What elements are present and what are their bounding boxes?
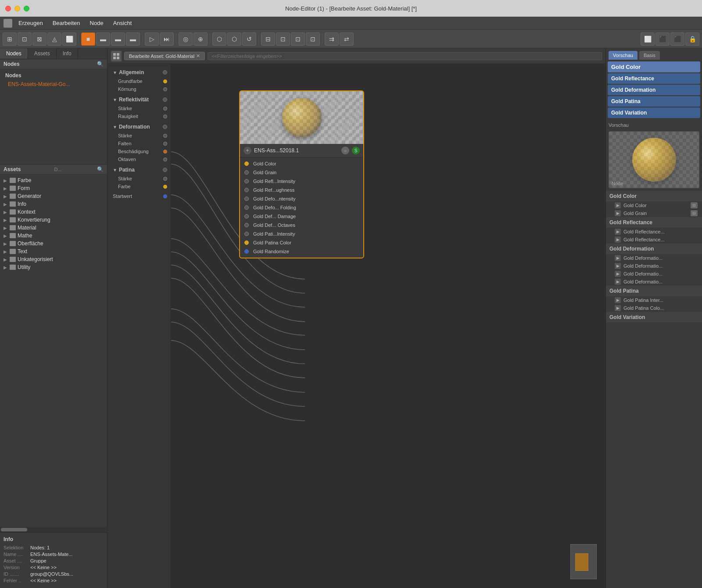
svg-rect-1 <box>117 53 119 56</box>
toolbar-btn-6[interactable]: ■ <box>81 32 95 46</box>
canvas-background <box>171 64 605 588</box>
right-section-gold-color-top[interactable]: Gold Color <box>608 61 700 72</box>
expand-btn[interactable]: ▶ <box>615 271 621 277</box>
minimize-button[interactable] <box>14 6 20 11</box>
toolbar-btn-2[interactable]: ⊡ <box>18 32 32 46</box>
assets-search-icon[interactable]: 🔍 <box>97 166 104 172</box>
node-card-header: + ENS-Ass...52018.1 ○ S <box>240 144 363 158</box>
tab-info[interactable]: Info <box>57 48 78 59</box>
link-icon[interactable]: ⊟ <box>691 202 698 208</box>
list-item[interactable]: ▶ Form <box>0 184 107 192</box>
node-canvas[interactable]: ▼ Allgemein Grundfarbe Körnung <box>107 64 605 588</box>
toolbar-btn-11[interactable]: ⏭ <box>160 32 174 46</box>
toolbar-btn-21[interactable]: ⇉ <box>325 32 339 46</box>
list-item[interactable]: ▶ Generator <box>0 192 107 200</box>
toolbar-btn-22[interactable]: ⇄ <box>340 32 354 46</box>
expand-btn[interactable]: ▶ <box>615 305 621 311</box>
menu-bearbeiten[interactable]: Bearbeiten <box>48 18 85 28</box>
center-tab[interactable]: Bearbeite Asset: Gold-Material ✕ <box>124 52 205 60</box>
toolbar-btn-18[interactable]: ⊡ <box>276 32 290 46</box>
gold-color-divider: Gold Color <box>606 191 702 201</box>
search-icon[interactable]: 🔍 <box>97 61 104 67</box>
filter-input[interactable] <box>208 52 602 60</box>
list-item[interactable]: ▶ Mathe <box>0 232 107 240</box>
expand-btn[interactable]: ▶ <box>615 202 621 208</box>
port-label: Stärke <box>118 176 132 181</box>
list-item[interactable]: ▶ Farbe <box>0 176 107 184</box>
folder-icon <box>10 209 16 215</box>
toolbar-btn-13[interactable]: ⊕ <box>193 32 208 46</box>
toolbar-btn-3[interactable]: ⊠ <box>32 32 47 46</box>
list-item[interactable]: ▶ Utility <box>0 263 107 271</box>
maximize-button[interactable] <box>24 6 29 11</box>
expand-btn[interactable]: ▶ <box>615 279 621 285</box>
horizontal-scrollbar[interactable] <box>0 527 107 532</box>
toolbar-btn-17[interactable]: ⊟ <box>261 32 275 46</box>
arrow-icon: ▶ <box>4 233 8 238</box>
expand-btn[interactable]: ▶ <box>615 255 621 261</box>
toolbar-btn-16[interactable]: ↺ <box>242 32 256 46</box>
list-item[interactable]: ▶ Info <box>0 200 107 208</box>
menu-erzeugen[interactable]: Erzeugen <box>14 18 47 28</box>
scroll-thumb[interactable] <box>1 528 27 531</box>
group-header-deformation[interactable]: ▼ Deformation <box>107 122 171 132</box>
tab-close-btn[interactable]: ✕ <box>196 53 200 59</box>
port-label: Rauigkeit <box>118 114 138 119</box>
expand-btn[interactable]: ▶ <box>615 297 621 303</box>
right-tab-vorschau[interactable]: Vorschau <box>609 51 638 60</box>
list-item[interactable]: ▶ Text <box>0 247 107 255</box>
toolbar-btn-12[interactable]: ◎ <box>179 32 193 46</box>
list-item[interactable]: ▶ Material <box>0 224 107 232</box>
toolbar-btn-9[interactable]: ▬ <box>126 32 140 46</box>
layout-btn-3[interactable]: ⬛ <box>670 32 684 46</box>
list-item[interactable]: ▶ Kontext <box>0 208 107 216</box>
toolbar-btn-14[interactable]: ⬡ <box>212 32 226 46</box>
right-tab-basis[interactable]: Basis <box>639 51 660 60</box>
expand-btn[interactable]: ▶ <box>615 229 621 235</box>
asset-name: Generator <box>18 193 41 199</box>
link-icon[interactable]: ⊟ <box>691 210 698 216</box>
expand-btn[interactable]: ▶ <box>615 210 621 216</box>
toolbar-btn-1[interactable]: ⊞ <box>3 32 17 46</box>
list-item[interactable]: ▶ Unkategorisiert <box>0 255 107 263</box>
node-type-btn[interactable]: S <box>352 147 360 154</box>
node-add-btn[interactable]: + <box>244 147 251 154</box>
list-item[interactable]: ▶ Oberfläche <box>0 240 107 247</box>
close-button[interactable] <box>5 6 11 11</box>
tab-assets[interactable]: Assets <box>28 48 57 59</box>
right-section-gold-variation-top[interactable]: Gold Variation <box>608 108 700 118</box>
toolbar-btn-10[interactable]: ▷ <box>145 32 159 46</box>
output-dot <box>244 240 249 245</box>
group-header-patina[interactable]: ▼ Patina <box>107 165 171 175</box>
toolbar-btn-4[interactable]: ◬ <box>47 32 61 46</box>
toolbar-btn-7[interactable]: ▬ <box>96 32 110 46</box>
toolbar-btn-8[interactable]: ▬ <box>111 32 125 46</box>
right-section-gold-deformation-top[interactable]: Gold Deformation <box>608 85 700 95</box>
nodes-root-item: Nodes <box>0 71 107 80</box>
toolbar-btn-15[interactable]: ⬡ <box>227 32 241 46</box>
layout-btn-1[interactable]: ⬜ <box>641 32 655 46</box>
menu-ansicht[interactable]: Ansicht <box>109 18 136 28</box>
expand-btn[interactable]: ▶ <box>615 263 621 269</box>
list-item[interactable]: ▶ Konvertierung <box>0 216 107 224</box>
node-card[interactable]: + ENS-Ass...52018.1 ○ S Gold Color Gold … <box>239 90 364 258</box>
lock-btn[interactable]: 🔒 <box>685 32 699 46</box>
arrow-icon: ▶ <box>4 202 8 207</box>
node-port-list: Gold Color Gold Grain Gold Refl...Intens… <box>240 158 363 258</box>
group-header-allgemein[interactable]: ▼ Allgemein <box>107 68 171 77</box>
menu-node[interactable]: Node <box>86 18 108 28</box>
group-header-reflektivitat[interactable]: ▼ Reflektivität <box>107 95 171 104</box>
toolbar-btn-20[interactable]: ⊡ <box>306 32 320 46</box>
expand-btn[interactable]: ▶ <box>615 237 621 243</box>
toolbar-btn-5[interactable]: ⬜ <box>62 32 76 46</box>
nodes-tree-item[interactable]: ENS-Assets-Material-Go... <box>0 80 107 89</box>
tab-nodes[interactable]: Nodes <box>0 48 28 59</box>
port-dot <box>163 142 167 146</box>
layout-btn-2[interactable]: ⬛ <box>655 32 670 46</box>
arrow-icon: ▶ <box>4 257 8 262</box>
right-section-gold-reflectance-top[interactable]: Gold Reflectance <box>608 73 700 84</box>
port-label: Stärke <box>118 133 132 138</box>
toolbar-btn-19[interactable]: ⊡ <box>291 32 305 46</box>
node-settings-btn[interactable]: ○ <box>341 147 349 154</box>
right-section-gold-patina-top[interactable]: Gold Patina <box>608 96 700 107</box>
